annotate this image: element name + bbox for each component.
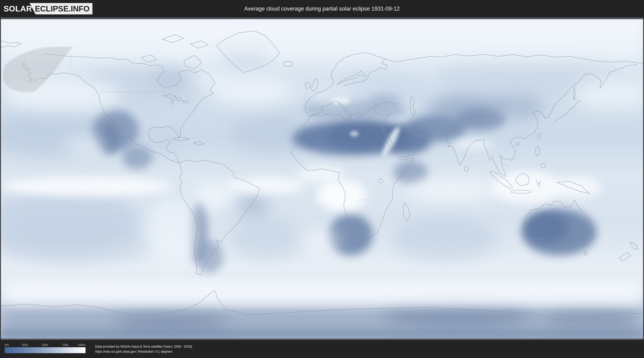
legend-tick-0: 0% [5, 343, 9, 347]
cloud-coverage-legend: 0% 25% 50% 75% 100% [5, 342, 86, 353]
map-area [0, 17, 644, 340]
legend-tick-100: 100% [78, 343, 86, 347]
brand-logo[interactable]: SOLAR ECLIPSE.INFO [4, 3, 92, 15]
world-cloud-map [1, 19, 643, 339]
map-frame [0, 17, 644, 340]
brand-solar-text: SOLAR [4, 4, 32, 14]
page-title: Average cloud coverage during partial so… [244, 6, 400, 12]
brand-eclipse-info-text: ECLIPSE.INFO [30, 3, 92, 15]
header: SOLAR ECLIPSE.INFO Average cloud coverag… [0, 0, 644, 17]
legend-tick-50: 50% [42, 343, 48, 347]
attribution-line-1: Data provided by NASAs Aqua & Terra sate… [95, 344, 192, 349]
legend-gradient-bar [5, 347, 86, 353]
attribution-line-2: https://neo.sci.gsfc.nasa.gov | Resoluti… [95, 349, 192, 354]
legend-tick-25: 25% [22, 343, 28, 347]
footer: 0% 25% 50% 75% 100% Data provided by NAS… [0, 340, 644, 358]
legend-tick-labels: 0% 25% 50% 75% 100% [5, 342, 86, 347]
attribution: Data provided by NASAs Aqua & Terra sate… [95, 344, 192, 354]
legend-tick-75: 75% [62, 343, 68, 347]
